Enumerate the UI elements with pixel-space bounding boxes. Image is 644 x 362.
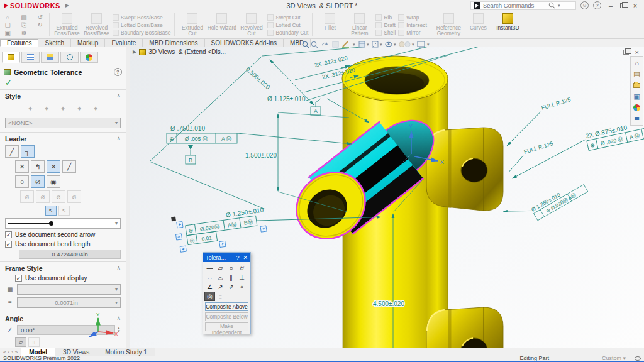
ribbon-small-button[interactable]: Swept Cut xyxy=(267,14,308,21)
file-explorer-icon[interactable] xyxy=(631,80,642,90)
magnifier-icon[interactable] xyxy=(548,2,555,9)
style-dropdown[interactable]: <NONE>▾ xyxy=(5,118,121,128)
gdt-symbol-button[interactable]: ◎ xyxy=(204,292,215,301)
style-favorite-button[interactable]: ✦ xyxy=(40,102,53,115)
leader-attach-button[interactable]: ✕ xyxy=(47,160,60,173)
doc-close-icon[interactable]: × xyxy=(635,48,639,56)
gdt-symbol-button[interactable]: ⊥ xyxy=(236,273,247,282)
leader-jog-button[interactable]: ↖ xyxy=(58,206,70,216)
pm-tab-appearances[interactable] xyxy=(80,52,98,63)
gdt-symbol-button[interactable]: — xyxy=(204,263,215,273)
panel-help-icon[interactable]: ? xyxy=(114,68,122,76)
ribbon-small-button[interactable]: Lofted Boss/Base xyxy=(113,22,170,28)
checkbox-checked-icon[interactable]: ✓ xyxy=(5,241,12,248)
ribbon-small-button[interactable]: Boundary Boss/Base xyxy=(113,30,170,36)
leader-diameter-button[interactable]: ⌀ xyxy=(67,190,81,203)
ribbon-small-button[interactable]: Rib xyxy=(375,14,396,21)
menu-flyout-arrow-icon[interactable]: ▶ xyxy=(65,3,69,8)
leader-style-button[interactable]: ┐ xyxy=(21,145,35,158)
tolerance-symbol-dialog[interactable]: Tolera... ? ✕ —▱○⌭⌢⌓∥⊥∠↗⇗⌖◎⌯ Composite A… xyxy=(203,252,251,334)
arrow-style-dropdown[interactable]: ▾ xyxy=(5,218,121,229)
close-button[interactable]: × xyxy=(630,2,640,9)
ribbon-small-button[interactable]: Boundary Cut xyxy=(267,30,308,36)
radius-callout-b[interactable]: FULL R.125 xyxy=(504,140,557,172)
ribbon-big-button[interactable]: Revolved Cut xyxy=(236,12,266,38)
print-icon[interactable]: ⎘ xyxy=(21,21,26,29)
undo-icon[interactable]: ↺ xyxy=(37,14,42,21)
view-palette-icon[interactable]: ▣ xyxy=(631,92,642,101)
leader-circle-button[interactable]: ○ xyxy=(15,175,29,188)
frame-line-style-dropdown[interactable]: ▾ xyxy=(17,284,121,295)
ribbon-big-button[interactable]: Hole Wizard xyxy=(207,12,236,38)
view-orientation-cube-icon[interactable] xyxy=(359,41,365,47)
ribbon-small-button[interactable]: Mirror xyxy=(398,30,427,36)
user-account-icon[interactable]: ☺ xyxy=(580,1,589,9)
leader-style-button[interactable]: ╱ xyxy=(5,145,19,158)
leader-circle-button[interactable]: ⊘ xyxy=(31,175,45,188)
graphics-viewport[interactable]: Y X xyxy=(130,47,644,348)
checkbox-checked-icon[interactable]: ✓ xyxy=(5,231,12,238)
search-input[interactable] xyxy=(483,2,546,9)
hide-show-eye-icon[interactable] xyxy=(386,42,392,46)
angle-snap-button[interactable]: ▱ xyxy=(15,337,26,347)
dialog-action-button[interactable]: Composite Below xyxy=(205,312,248,321)
pm-tab-featuremanager[interactable] xyxy=(21,52,40,63)
style-favorite-button[interactable]: ✦ xyxy=(72,102,86,115)
angle-free-button[interactable]: ▯ xyxy=(28,337,40,347)
frame-display-checkbox-row[interactable]: ✓Use document display xyxy=(0,273,126,283)
leader-circle-button[interactable]: ◉ xyxy=(47,175,60,188)
gdt-symbol-button[interactable]: ⌢ xyxy=(204,273,215,282)
document-window-controls[interactable]: × xyxy=(623,48,639,56)
zoom-fit-icon[interactable] xyxy=(303,41,309,48)
quick-access-toolbar[interactable]: ⌂▤↺ ▢⎘↻ ▣✲ xyxy=(0,11,48,38)
dialog-action-button[interactable]: Make Independent xyxy=(205,322,248,331)
ribbon-big-button[interactable]: Extruded Cut xyxy=(177,12,207,38)
command-tab[interactable]: Features xyxy=(0,39,38,47)
ribbon-big-button[interactable]: Instant3D xyxy=(493,12,523,38)
display-style-cube-icon[interactable] xyxy=(372,41,378,47)
style-favorite-button[interactable]: ✦ xyxy=(23,102,37,115)
dialog-help-icon[interactable]: ? xyxy=(236,255,239,261)
upper-lug[interactable] xyxy=(426,128,503,211)
home-icon[interactable]: ⌂ xyxy=(6,14,9,21)
leader-attach-button[interactable]: ╱ xyxy=(62,160,76,173)
command-tab[interactable]: MBD Dimensions xyxy=(143,39,204,47)
style-section-header[interactable]: Style∧ xyxy=(0,90,126,101)
checkbox-checked-icon[interactable]: ✓ xyxy=(15,275,22,282)
search-commands-box[interactable]: ▾ xyxy=(470,1,576,10)
second-arrow-checkbox-row[interactable]: ✓Use document second arrow xyxy=(0,230,126,239)
leader-diameter-button[interactable]: ⌀ xyxy=(36,190,50,203)
ribbon-small-button[interactable]: Swept Boss/Base xyxy=(113,14,170,21)
style-favorite-button[interactable]: ✦ xyxy=(89,102,103,115)
section-view-icon[interactable] xyxy=(333,41,338,47)
ribbon-small-button[interactable]: Wrap xyxy=(398,14,427,21)
tree-root-label[interactable]: 3D Views_& (Extend <Dis... xyxy=(148,48,226,55)
ribbon-big-button[interactable]: Reference Geometry xyxy=(434,12,464,38)
doc-restore-icon[interactable] xyxy=(623,50,629,55)
command-tab[interactable]: Markup xyxy=(71,39,105,47)
new-file-icon[interactable]: ▢ xyxy=(5,21,11,29)
previous-view-icon[interactable] xyxy=(322,42,328,45)
pm-tab-propertymanager[interactable] xyxy=(2,52,20,63)
command-tab[interactable]: Evaluate xyxy=(105,39,143,47)
pm-tab-configurations[interactable] xyxy=(41,52,59,63)
design-library-icon[interactable]: ▤ xyxy=(631,69,642,79)
fcf-750[interactable]: ⊕ Ø .005 Ⓜ A Ⓜ B xyxy=(167,133,237,164)
leader-attach-button[interactable]: ✕ xyxy=(15,160,29,173)
dialog-title-bar[interactable]: Tolera... ? ✕ xyxy=(203,253,250,262)
command-tab[interactable]: SOLIDWORKS Add-Ins xyxy=(205,39,284,47)
restore-button[interactable] xyxy=(620,3,626,8)
leader-diameter-button[interactable]: ⌀ xyxy=(52,190,65,203)
style-favorite-button[interactable]: ✦ xyxy=(56,102,70,115)
settings-gear-icon[interactable]: ✲ xyxy=(21,30,26,36)
fcf-1250-right[interactable]: Ø 1.250±.010 ⊕ Ø.020Ⓜ AⓂ xyxy=(503,170,587,233)
redo-icon[interactable]: ↻ xyxy=(37,21,42,29)
status-custom[interactable]: Custom ▾ xyxy=(602,355,626,361)
view-settings-monitor-icon[interactable] xyxy=(418,41,425,48)
ribbon-big-button[interactable]: Linear Pattern xyxy=(345,12,374,38)
lower-lug[interactable] xyxy=(426,307,503,348)
gdt-symbol-button[interactable]: ○ xyxy=(226,263,236,273)
gdt-symbol-button[interactable]: ▱ xyxy=(215,263,226,273)
dialog-close-icon[interactable]: ✕ xyxy=(243,255,248,261)
leader-diameter-button[interactable]: ⌀ xyxy=(20,190,34,203)
